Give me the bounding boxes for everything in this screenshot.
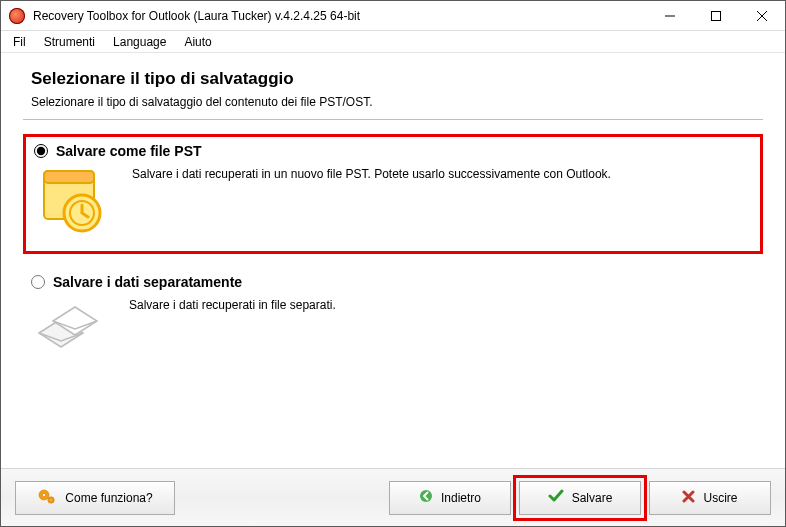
- menu-language[interactable]: Language: [105, 33, 174, 51]
- svg-rect-2: [44, 171, 94, 183]
- radio-save-separate[interactable]: [31, 275, 45, 289]
- gears-icon: [37, 487, 57, 508]
- maximize-button[interactable]: [693, 1, 739, 31]
- menubar: Fil Strumenti Language Aiuto: [1, 31, 785, 53]
- option-pst-desc: Salvare i dati recuperati in un nuovo fi…: [132, 165, 611, 181]
- option-pst-title: Salvare come file PST: [56, 143, 202, 159]
- option-pst-header[interactable]: Salvare come file PST: [34, 143, 752, 159]
- save-button[interactable]: Salvare: [519, 481, 641, 515]
- outlook-pst-icon: [36, 165, 114, 237]
- radio-save-pst[interactable]: [34, 144, 48, 158]
- option-separate-desc: Salvare i dati recuperati in file separa…: [129, 296, 336, 312]
- svg-rect-0: [712, 11, 721, 20]
- minimize-button[interactable]: [647, 1, 693, 31]
- arrow-left-icon: [419, 489, 433, 506]
- how-it-works-button[interactable]: Come funziona?: [15, 481, 175, 515]
- window-controls: [647, 1, 785, 31]
- svg-point-10: [50, 499, 52, 501]
- content-area: Selezionare il tipo di salvataggio Selez…: [1, 53, 785, 468]
- close-button[interactable]: [739, 1, 785, 31]
- app-icon: [9, 8, 25, 24]
- how-it-works-label: Come funziona?: [65, 491, 152, 505]
- x-icon: [682, 490, 695, 506]
- separator: [23, 119, 763, 120]
- back-button[interactable]: Indietro: [389, 481, 511, 515]
- envelope-stack-icon: [33, 296, 111, 368]
- menu-aiuto[interactable]: Aiuto: [176, 33, 219, 51]
- app-window: Recovery Toolbox for Outlook (Laura Tuck…: [0, 0, 786, 527]
- footer-bar: Come funziona? Indietro Salvare Uscire: [1, 468, 785, 526]
- save-label: Salvare: [572, 491, 613, 505]
- option-save-as-pst[interactable]: Salvare come file PST Salvare i dati rec…: [23, 134, 763, 254]
- svg-point-11: [420, 490, 432, 502]
- menu-fil[interactable]: Fil: [5, 33, 34, 51]
- svg-point-8: [43, 493, 46, 496]
- option-separate-title: Salvare i dati separatamente: [53, 274, 242, 290]
- exit-label: Uscire: [703, 491, 737, 505]
- option-separate-header[interactable]: Salvare i dati separatamente: [31, 274, 755, 290]
- titlebar: Recovery Toolbox for Outlook (Laura Tuck…: [1, 1, 785, 31]
- checkmark-icon: [548, 489, 564, 506]
- exit-button[interactable]: Uscire: [649, 481, 771, 515]
- back-label: Indietro: [441, 491, 481, 505]
- page-title: Selezionare il tipo di salvataggio: [31, 69, 763, 89]
- menu-strumenti[interactable]: Strumenti: [36, 33, 103, 51]
- option-save-separate[interactable]: Salvare i dati separatamente: [23, 268, 763, 382]
- page-subtitle: Selezionare il tipo di salvataggio del c…: [31, 95, 763, 109]
- window-title: Recovery Toolbox for Outlook (Laura Tuck…: [33, 9, 647, 23]
